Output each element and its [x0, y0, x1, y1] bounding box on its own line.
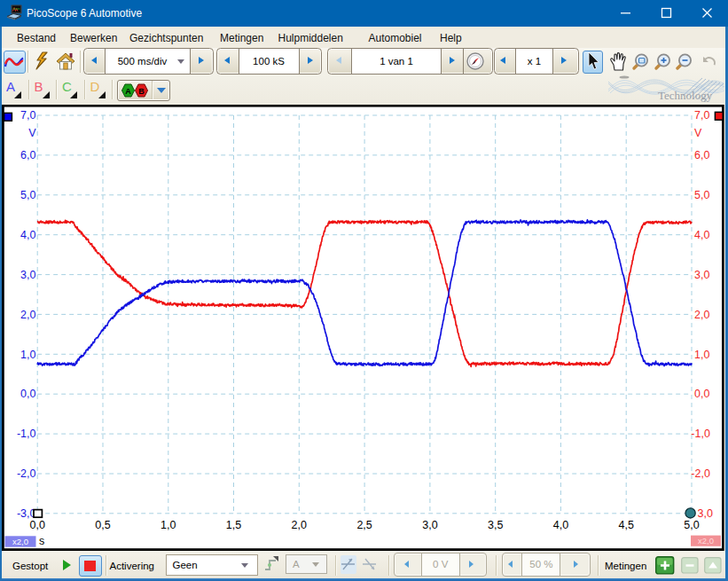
svg-text:5,0: 5,0 [694, 189, 709, 201]
svg-text:V: V [694, 127, 702, 139]
svg-text:4,0: 4,0 [694, 229, 709, 241]
svg-text:1,5: 1,5 [226, 519, 241, 531]
svg-text:0,5: 0,5 [95, 519, 110, 531]
svg-text:V: V [28, 127, 36, 139]
svg-text:3,5: 3,5 [488, 519, 503, 531]
svg-text:1,0: 1,0 [160, 519, 176, 531]
svg-text:0,0: 0,0 [694, 388, 709, 400]
svg-text:-1,0: -1,0 [17, 428, 36, 440]
svg-text:2,0: 2,0 [292, 519, 307, 531]
svg-text:7,0: 7,0 [694, 109, 709, 122]
svg-text:2,0: 2,0 [694, 309, 709, 321]
svg-text:-2,0: -2,0 [17, 467, 36, 480]
svg-text:1,0: 1,0 [20, 349, 35, 361]
svg-text:7,0: 7,0 [20, 109, 35, 122]
svg-text:x2,0: x2,0 [12, 537, 28, 546]
svg-text:B: B [138, 87, 145, 96]
svg-text:5,0: 5,0 [684, 519, 699, 531]
svg-text:5,0: 5,0 [20, 189, 35, 201]
svg-text:3,0: 3,0 [20, 269, 35, 281]
svg-text:2,5: 2,5 [356, 519, 372, 531]
svg-text:3,0: 3,0 [694, 269, 709, 281]
svg-text:x2,0: x2,0 [698, 536, 714, 546]
svg-text:3,0: 3,0 [698, 507, 713, 520]
svg-text:2,0: 2,0 [20, 309, 35, 321]
svg-text:Technology: Technology [658, 89, 713, 102]
svg-text:s: s [39, 535, 44, 547]
svg-text:4,5: 4,5 [619, 519, 634, 531]
svg-text:1,0: 1,0 [694, 349, 709, 361]
svg-text:0,0: 0,0 [20, 388, 35, 400]
svg-text:6,0: 6,0 [20, 149, 35, 161]
svg-text:4,0: 4,0 [20, 229, 35, 241]
svg-text:-1,0: -1,0 [691, 428, 710, 440]
svg-text:3,0: 3,0 [422, 519, 437, 531]
svg-text:A: A [125, 87, 131, 96]
svg-text:4,0: 4,0 [553, 519, 568, 531]
svg-text:-2,0: -2,0 [691, 467, 710, 480]
svg-text:6,0: 6,0 [694, 149, 709, 161]
svg-text:0,0: 0,0 [30, 519, 45, 531]
